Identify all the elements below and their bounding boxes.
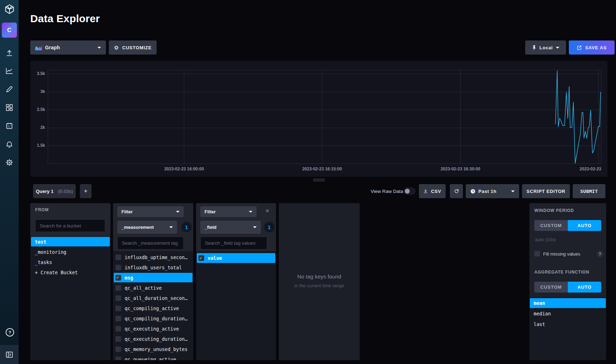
customize-button[interactable]: CUSTOMIZE [109,40,157,55]
selected-count-badge: 1 [264,222,275,232]
filter-type-dropdown[interactable]: Filter [200,206,257,217]
aggregate-function-item[interactable]: mean [530,298,606,308]
resize-handle[interactable] [313,179,325,182]
checkbox[interactable] [115,255,121,260]
window-auto-button[interactable]: AUTO [568,220,601,231]
measurement-list-item[interactable]: qc_executing_active [114,324,193,333]
fill-missing-checkbox[interactable] [534,251,540,257]
help-badge-icon[interactable]: ? [597,251,603,257]
measurement-search-input[interactable] [117,237,184,250]
upload-icon[interactable] [5,49,13,57]
checkbox[interactable] [115,306,121,311]
window-period-title: WINDOW PERIOD [534,208,574,213]
checkbox[interactable] [115,316,121,321]
checkbox[interactable] [199,255,204,261]
field-key-dropdown[interactable]: _field [200,221,261,234]
measurement-list-item[interactable]: qc_compiling_active [114,303,193,313]
aggregate-auto-button[interactable]: AUTO [568,282,601,293]
measurement-label: qc_all_duration_secon… [125,295,188,301]
measurement-list-item[interactable]: qc_queueing_active [114,354,193,360]
add-query-button[interactable]: + [80,184,92,198]
y-axis-label: 3.5k [30,71,45,76]
pin-icon [532,45,536,50]
bucket-list-item[interactable]: _tasks [31,257,110,267]
bucket-label: _monitoring [35,249,66,255]
field-list-item[interactable]: value [197,253,275,263]
measurement-key-dropdown[interactable]: _measurement [117,221,177,234]
measurement-list-item[interactable]: qc_all_active [114,283,193,293]
query-duration: (0.03s) [58,189,73,194]
avatar[interactable]: C [2,23,17,38]
dashboards-icon[interactable] [5,103,13,112]
measurement-list-item[interactable]: influxdb_users_total [114,263,193,272]
window-custom-button[interactable]: CUSTOM [534,220,568,231]
field-search-input[interactable] [200,237,267,250]
pencil-icon[interactable] [5,85,13,93]
field-filter-header: Filter × _field 1 [196,203,276,251]
bucket-label: test [35,239,46,245]
measurement-list-item[interactable]: influxdb_uptime_secon… [114,252,193,262]
csv-button[interactable]: CSV [419,184,446,198]
aggregate-function-label: median [534,311,551,316]
graph-type-icon [35,45,42,50]
bucket-list-item[interactable]: _monitoring [31,247,110,257]
measurement-list-item[interactable]: qc_compiling_duration… [114,314,193,323]
calendar-icon[interactable] [5,122,13,130]
aggregate-custom-button[interactable]: CUSTOM [534,282,568,293]
save-as-button[interactable]: SAVE AS [569,40,615,55]
checkbox[interactable] [115,346,121,352]
time-range-dropdown[interactable]: Past 1h [466,184,519,198]
checkbox[interactable] [115,265,121,270]
checkbox[interactable] [115,326,121,332]
gear-icon [114,45,119,50]
measurement-list-item[interactable]: qc_all_duration_secon… [114,293,193,303]
aggregate-function-item[interactable]: last [530,319,606,329]
measurement-list-item[interactable]: msg [114,273,193,282]
aggregate-function-label: last [534,321,545,327]
close-icon[interactable]: × [265,208,269,214]
chevron-down-icon [556,47,559,49]
tag-keys-panel: No tag keys found in the current time ra… [279,203,360,360]
query-tab-label: Query 1 [36,189,54,194]
gear-icon[interactable] [5,158,13,167]
csv-label: CSV [431,189,441,194]
measurement-list-item[interactable]: qc_memory_unused_bytes [114,344,193,354]
checkbox[interactable] [115,295,121,301]
time-series-chart [30,61,608,177]
x-axis-label: 2023-02-23 16:00:00 [152,167,216,171]
influxdb-logo-icon[interactable] [4,3,15,15]
field-list: value [197,253,275,264]
plus-icon: + [84,188,88,195]
filter-type-dropdown[interactable]: Filter [117,206,184,217]
page-title: Data Explorer [30,13,100,25]
local-dropdown[interactable]: Local [525,40,566,55]
expand-sidebar-icon[interactable] [5,351,13,359]
view-raw-data-toggle[interactable] [404,188,415,195]
query-tab[interactable]: Query 1(0.03s) [33,184,76,198]
bucket-list-item[interactable]: test [31,237,110,246]
measurement-label: qc_all_active [125,285,162,291]
refresh-button[interactable] [450,184,463,198]
from-title: FROM [35,207,49,212]
help-icon[interactable]: ? [6,328,14,337]
measurement-list: influxdb_uptime_secon… influxdb_users_to… [114,252,193,360]
field-filter-panel: Filter × _field 1 value [196,203,276,360]
line-graph-icon[interactable] [5,67,13,75]
bell-icon[interactable] [5,140,13,149]
measurement-label: qc_executing_duration… [125,336,188,342]
bucket-search-input[interactable] [35,219,105,232]
checkbox[interactable] [115,336,121,342]
aggregate-function-item[interactable]: median [530,309,606,319]
submit-button[interactable]: SUBMIT [573,184,605,198]
graph-panel[interactable]: 3.5k3k2.5k2k1.5k 2023-02-23 16:00:002023… [30,61,608,177]
visualization-type-dropdown[interactable]: Graph [30,40,106,55]
field-label: value [208,255,222,261]
bucket-list-item[interactable]: + Create Bucket [31,268,110,277]
checkbox[interactable] [115,285,121,291]
script-editor-button[interactable]: SCRIPT EDITOR [522,184,570,198]
checkbox[interactable] [115,357,121,360]
measurement-label: msg [125,275,133,281]
refresh-icon [454,188,459,194]
checkbox[interactable] [115,275,121,281]
measurement-list-item[interactable]: qc_executing_duration… [114,334,193,344]
